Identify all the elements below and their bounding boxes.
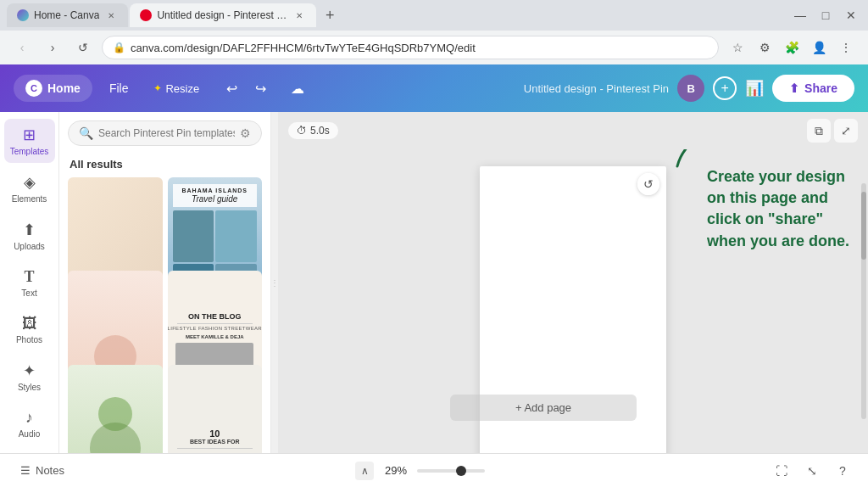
photos-icon: 🖼 [22,315,37,333]
notes-icon: ☰ [20,464,31,477]
resize-label: Resize [165,82,199,95]
share-button[interactable]: ⬆ Share [772,75,854,102]
extension1-icon[interactable]: ⚙ [753,36,776,59]
clock-icon: ⏱ [297,125,307,137]
cloud-save-icon[interactable]: ☁ [284,75,311,102]
canva-bottom: ☰ Notes ∧ 29% ⛶ ⤡ ? [0,453,868,487]
panel-search-area: 🔍 ⚙ [59,112,270,154]
new-tab-button[interactable]: + [318,3,342,27]
search-icon: 🔍 [79,126,93,140]
search-input[interactable] [98,127,235,139]
template-card-plants[interactable] [68,365,163,453]
sidebar-item-elements[interactable]: ◈ Elements [4,166,55,210]
fullscreen-button[interactable]: ⤡ [800,459,824,483]
tab-canva-home-label: Home - Canva [34,9,99,21]
canvas-scroll-thumb[interactable] [861,192,866,260]
back-button[interactable]: ‹ [10,36,34,59]
redo-button[interactable]: ↪ [247,75,274,102]
undo-button[interactable]: ↩ [218,75,245,102]
filter-icon[interactable]: ⚙ [240,126,251,140]
audio-icon: ♪ [25,409,33,427]
lock-icon: 🔒 [113,42,125,53]
templates-icon: ⊞ [23,126,36,144]
tab-pinterest-design-close[interactable]: ✕ [292,8,306,22]
address-bar: ‹ › ↺ 🔒 canva.com/design/DAFL2FFHHCM/6rt… [0,31,868,64]
annotation-arrow-svg [665,149,749,171]
url-bar[interactable]: 🔒 canva.com/design/DAFL2FFHHCM/6rtvTwYTe… [102,36,719,59]
maximize-button[interactable]: □ [815,5,836,25]
sidebar-item-uploads[interactable]: ⬆ Uploads [4,214,55,258]
zoom-slider[interactable] [417,469,485,473]
styles-label: Styles [18,383,41,392]
canvas-area: ⏱ 5.0s ⧉ ⤢ ↺ + Add page [278,112,868,453]
templates-label: Templates [10,147,49,156]
star-icon: ✦ [153,82,162,94]
canva-topbar: C Home File ✦ Resize ↩ ↪ ☁ Untitled desi… [0,64,868,112]
analytics-icon[interactable]: 📊 [745,79,764,98]
annotation-text: Create your design on this page and clic… [707,166,860,252]
canvas-scrollbar[interactable] [861,183,866,419]
notes-button[interactable]: ☰ Notes [14,461,71,480]
sidebar-item-text[interactable]: T Text [4,261,55,305]
share-icon: ⬆ [789,81,799,95]
help-button[interactable]: ? [831,459,854,483]
uploads-label: Uploads [14,242,45,251]
canva-main: ⊞ Templates ◈ Elements ⬆ Uploads T Text … [0,112,868,453]
browser-chrome: Home - Canva ✕ Untitled design - Pintere… [0,0,868,64]
file-menu[interactable]: File [103,76,136,100]
canvas-copy-icon[interactable]: ⧉ [807,119,831,143]
template-card-10best[interactable]: 10 BEST IDEAS FOR [168,365,263,453]
annotation-overlay: Create your design on this page and clic… [707,166,860,252]
pinterest-favicon [140,9,152,21]
templates-grid: GROW YOURFOLLOWING FIND OUT www.yourwebs… [59,177,270,453]
chevron-up-button[interactable]: ∧ [355,462,374,480]
menu-icon[interactable]: ⋮ [834,36,858,59]
panel-resize-handle[interactable]: ⋮ [271,112,278,453]
browser-close-button[interactable]: ✕ [841,5,861,25]
minimize-button[interactable]: — [790,5,810,25]
photos-label: Photos [16,335,42,344]
tab-canva-home-close[interactable]: ✕ [104,8,118,22]
tab-pinterest-design[interactable]: Untitled design - Pinterest P... ✕ [130,3,316,27]
url-text: canva.com/design/DAFL2FFHHCM/6rtvTwYTeE4… [131,42,708,54]
add-page-button[interactable]: + Add page [450,395,637,421]
canvas-refresh-button[interactable]: ↺ [637,173,659,195]
sidebar-item-audio[interactable]: ♪ Audio [4,402,55,445]
tab-pinterest-design-label: Untitled design - Pinterest P... [157,9,287,21]
profile-icon[interactable]: 👤 [807,36,831,59]
uploads-icon: ⬆ [23,221,36,239]
extension2-icon[interactable]: 🧩 [780,36,804,59]
notes-label: Notes [36,464,64,477]
refresh-button[interactable]: ↺ [71,36,95,59]
elements-label: Elements [12,194,47,204]
search-box[interactable]: 🔍 ⚙ [68,120,262,146]
panel-heading: All results [59,154,270,177]
home-label: Home [47,81,81,95]
resize-button[interactable]: ✦ Resize [145,77,208,100]
elements-icon: ◈ [24,173,36,192]
canvas-toolbar: ⏱ 5.0s ⧉ ⤢ [278,112,868,149]
tab-bar: Home - Canva ✕ Untitled design - Pintere… [0,0,868,31]
text-label: Text [21,288,36,298]
avatar-button[interactable]: B [677,75,704,102]
styles-icon: ✦ [23,361,36,380]
sidebar-item-photos[interactable]: 🖼 Photos [4,308,55,351]
add-collaborator-button[interactable]: + [713,76,737,100]
left-sidebar: ⊞ Templates ◈ Elements ⬆ Uploads T Text … [0,112,59,453]
zoom-thumb[interactable] [456,466,466,476]
home-button[interactable]: C Home [14,75,92,102]
zoom-percent[interactable]: 29% [381,464,410,477]
forward-button[interactable]: › [41,36,64,59]
sidebar-item-styles[interactable]: ✦ Styles [4,355,55,399]
bookmark-icon[interactable]: ☆ [726,36,749,59]
canva-logo: C [25,80,42,97]
time-badge: ⏱ 5.0s [288,122,338,139]
canvas-resize-icon[interactable]: ⤢ [834,119,858,143]
fit-screen-button[interactable]: ⛶ [770,459,793,483]
sidebar-item-templates[interactable]: ⊞ Templates [4,119,55,163]
templates-panel: 🔍 ⚙ All results GROW YOURFOLLOWING FIND … [59,112,271,453]
audio-label: Audio [19,429,41,439]
tab-canva-home[interactable]: Home - Canva ✕ [7,3,128,27]
canva-app: C Home File ✦ Resize ↩ ↪ ☁ Untitled desi… [0,64,868,487]
canva-favicon [17,9,29,21]
